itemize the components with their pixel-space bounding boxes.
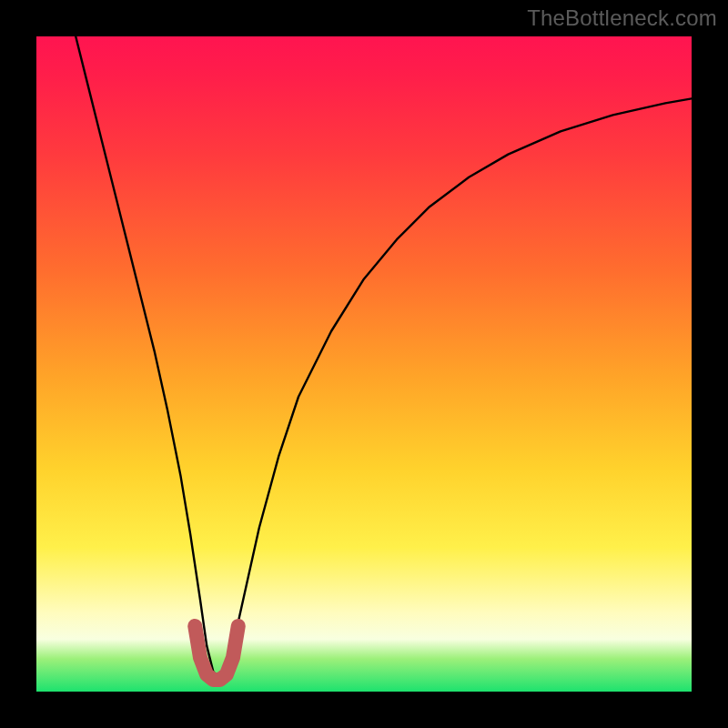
plot-area [36,36,692,692]
watermark-text: TheBottleneck.com [527,5,717,31]
bottleneck-curve-path [76,36,692,679]
chart-frame: TheBottleneck.com [0,0,728,728]
curve-svg [36,36,692,692]
optimal-highlight-path [195,626,238,680]
